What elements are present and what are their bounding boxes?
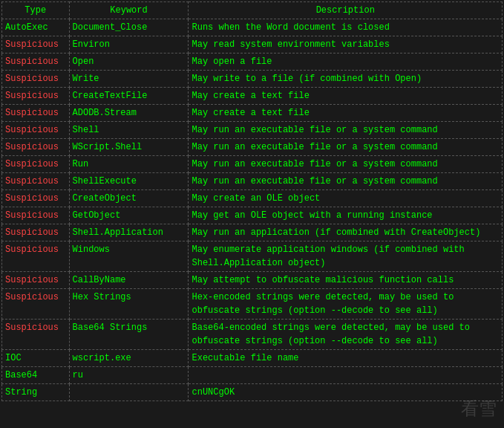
table-row: SuspiciousBase64 StringsBase64-encoded s… bbox=[2, 320, 503, 350]
cell-type: Suspicious bbox=[2, 272, 70, 289]
type-label: Suspicious bbox=[5, 159, 59, 169]
table-row: IOCwscript.exeExecutable file name bbox=[2, 350, 503, 367]
type-label: Suspicious bbox=[5, 91, 59, 101]
cell-description: May get an OLE object with a running ins… bbox=[189, 207, 503, 224]
cell-type: Suspicious bbox=[2, 207, 70, 224]
cell-description: May attempt to obfuscate malicious funct… bbox=[189, 272, 503, 289]
table-row: SuspiciousShellMay run an executable fil… bbox=[2, 122, 503, 139]
cell-type: Suspicious bbox=[2, 36, 70, 54]
header-type: Type bbox=[2, 2, 70, 19]
table-row: SuspiciousCallByNameMay attempt to obfus… bbox=[2, 272, 503, 289]
type-label: Suspicious bbox=[5, 244, 59, 255]
cell-keyword: CallByName bbox=[69, 272, 189, 289]
cell-description: May run an executable file or a system c… bbox=[189, 173, 503, 190]
cell-description: May run an application (if combined with… bbox=[189, 224, 503, 241]
analysis-table: Type Keyword Description AutoExecDocumen… bbox=[1, 1, 503, 401]
type-label: Suspicious bbox=[5, 193, 59, 204]
cell-description: May create a text file bbox=[189, 105, 503, 122]
type-label: IOC bbox=[5, 353, 22, 363]
type-label: Suspicious bbox=[5, 125, 59, 135]
type-label: Suspicious bbox=[5, 176, 59, 187]
type-label: Suspicious bbox=[5, 292, 59, 302]
type-label: Suspicious bbox=[5, 210, 59, 221]
cell-type: Suspicious bbox=[2, 105, 70, 122]
cell-type: Suspicious bbox=[2, 289, 70, 320]
cell-keyword: Hex Strings bbox=[69, 289, 189, 320]
cell-type: String bbox=[2, 384, 70, 401]
watermark: 看雪 bbox=[461, 397, 497, 421]
cell-keyword: WScript.Shell bbox=[69, 139, 189, 156]
type-label: Suspicious bbox=[5, 275, 59, 285]
table-row: SuspiciousOpenMay open a file bbox=[2, 54, 503, 71]
cell-type: AutoExec bbox=[2, 19, 70, 36]
cell-keyword: ShellExecute bbox=[69, 173, 189, 190]
cell-type: Base64 bbox=[2, 367, 70, 384]
cell-keyword: Document_Close bbox=[69, 19, 189, 36]
table-row: AutoExecDocument_CloseRuns when the Word… bbox=[2, 19, 503, 36]
cell-keyword: ru bbox=[69, 367, 189, 384]
cell-keyword: Write bbox=[69, 71, 189, 88]
table-row: SuspiciousGetObjectMay get an OLE object… bbox=[2, 207, 503, 224]
type-label: Suspicious bbox=[5, 227, 59, 238]
cell-keyword: Run bbox=[69, 156, 189, 173]
cell-keyword: wscript.exe bbox=[69, 350, 189, 367]
cell-type: Suspicious bbox=[2, 320, 70, 350]
table-row: SuspiciousWScript.ShellMay run an execut… bbox=[2, 139, 503, 156]
table-row: SuspiciousWindowsMay enumerate applicati… bbox=[2, 241, 503, 272]
type-label: Suspicious bbox=[5, 74, 59, 84]
cell-type: IOC bbox=[2, 350, 70, 367]
type-label: Suspicious bbox=[5, 108, 59, 118]
type-label: Suspicious bbox=[5, 142, 59, 152]
table-row: StringcnUNCgOK bbox=[2, 384, 503, 401]
cell-type: Suspicious bbox=[2, 190, 70, 207]
type-label: Suspicious bbox=[5, 322, 59, 333]
cell-description: May write to a file (if combined with Op… bbox=[189, 71, 503, 88]
cell-keyword: ADODB.Stream bbox=[69, 105, 189, 122]
cell-description: Base64-encoded strings were detected, ma… bbox=[189, 320, 503, 350]
table-row: SuspiciousCreateTextFileMay create a tex… bbox=[2, 88, 503, 105]
cell-description: May run an executable file or a system c… bbox=[189, 156, 503, 173]
cell-type: Suspicious bbox=[2, 88, 70, 105]
table-header-row: Type Keyword Description bbox=[2, 2, 503, 19]
table-row: SuspiciousShellExecuteMay run an executa… bbox=[2, 173, 503, 190]
table-row: SuspiciousCreateObjectMay create an OLE … bbox=[2, 190, 503, 207]
cell-description: May create a text file bbox=[189, 88, 503, 105]
cell-keyword: CreateObject bbox=[69, 190, 189, 207]
cell-type: Suspicious bbox=[2, 156, 70, 173]
cell-description: Executable file name bbox=[189, 350, 503, 367]
table-row: SuspiciousWriteMay write to a file (if c… bbox=[2, 71, 503, 88]
cell-keyword: Base64 Strings bbox=[69, 320, 189, 350]
cell-type: Suspicious bbox=[2, 139, 70, 156]
cell-type: Suspicious bbox=[2, 54, 70, 71]
cell-keyword bbox=[69, 384, 189, 401]
type-label: AutoExec bbox=[5, 22, 48, 33]
cell-type: Suspicious bbox=[2, 173, 70, 190]
table-row: SuspiciousShell.ApplicationMay run an ap… bbox=[2, 224, 503, 241]
cell-keyword: Open bbox=[69, 54, 189, 71]
cell-type: Suspicious bbox=[2, 71, 70, 88]
type-label: String bbox=[5, 387, 37, 398]
cell-type: Suspicious bbox=[2, 224, 70, 241]
cell-keyword: GetObject bbox=[69, 207, 189, 224]
type-label: Suspicious bbox=[5, 39, 59, 50]
type-label: Suspicious bbox=[5, 56, 59, 67]
main-container: Type Keyword Description AutoExecDocumen… bbox=[0, 0, 504, 403]
cell-description: May open a file bbox=[189, 54, 503, 71]
type-label: Base64 bbox=[5, 370, 37, 380]
cell-type: Suspicious bbox=[2, 122, 70, 139]
table-row: SuspiciousEnvironMay read system environ… bbox=[2, 36, 503, 54]
cell-description: Runs when the Word document is closed bbox=[189, 19, 503, 36]
table-row: SuspiciousADODB.StreamMay create a text … bbox=[2, 105, 503, 122]
header-keyword: Keyword bbox=[69, 2, 189, 19]
cell-description: May run an executable file or a system c… bbox=[189, 122, 503, 139]
cell-keyword: Windows bbox=[69, 241, 189, 272]
table-row: SuspiciousHex StringsHex-encoded strings… bbox=[2, 289, 503, 320]
cell-keyword: Shell bbox=[69, 122, 189, 139]
cell-description: May read system environment variables bbox=[189, 36, 503, 54]
header-description: Description bbox=[189, 2, 503, 19]
cell-keyword: CreateTextFile bbox=[69, 88, 189, 105]
cell-keyword: Environ bbox=[69, 36, 189, 54]
table-row: Base64ru bbox=[2, 367, 503, 384]
cell-type: Suspicious bbox=[2, 241, 70, 272]
cell-description: May enumerate application windows (if co… bbox=[189, 241, 503, 272]
